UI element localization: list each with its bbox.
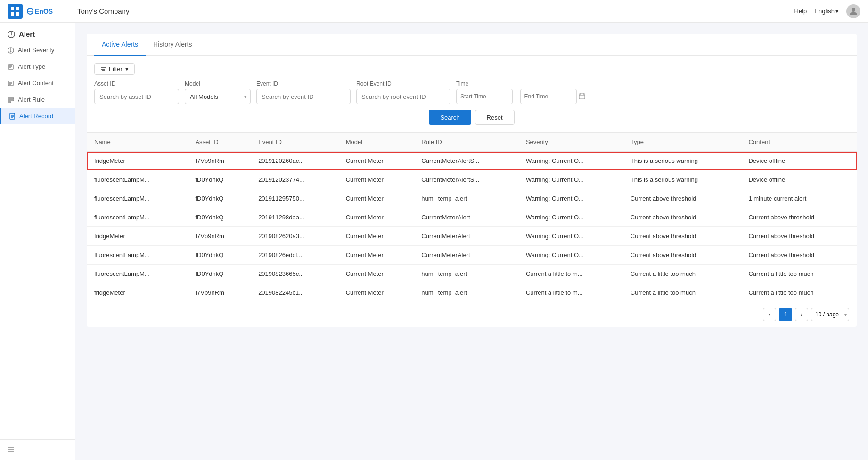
sidebar-bottom — [0, 439, 75, 460]
alert-severity-icon — [8, 47, 14, 54]
svg-rect-23 — [8, 100, 14, 101]
event-id-input[interactable] — [256, 89, 351, 104]
sidebar-item-alert-type[interactable]: Alert Type — [0, 58, 75, 75]
language-label: English — [814, 8, 835, 15]
sidebar-menu-icon[interactable] — [8, 445, 15, 453]
page-1-button[interactable]: 1 — [779, 308, 792, 321]
sidebar-item-alert-rule[interactable]: Alert Rule — [0, 91, 75, 108]
table-row[interactable]: fluorescentLampM...fD0YdnkQ201911295750.… — [87, 189, 857, 208]
cell-type: Current above threshold — [623, 208, 741, 227]
sidebar-label-alert-type: Alert Type — [18, 63, 45, 70]
tab-history-alerts[interactable]: History Alerts — [146, 34, 199, 56]
sidebar: Alert Alert Severity Alert Type — [0, 23, 75, 460]
root-event-id-input[interactable] — [356, 89, 450, 104]
cell-asset_id: fD0YdnkQ — [188, 265, 251, 283]
cell-content: Device offline — [741, 170, 857, 189]
table-row[interactable]: fridgeMeterI7Vp9nRm2019082245c1...Curren… — [87, 283, 857, 302]
filter-label-asset-id: Asset ID — [94, 81, 179, 87]
tab-active-alerts[interactable]: Active Alerts — [94, 34, 146, 56]
prev-page-button[interactable]: ‹ — [763, 308, 776, 321]
sidebar-label-alert-record: Alert Record — [19, 113, 53, 120]
cell-type: Current above threshold — [623, 227, 741, 246]
time-range-picker: ~ — [456, 89, 585, 104]
filter-field-time: Time ~ — [456, 81, 585, 104]
filter-label-time: Time — [456, 81, 585, 87]
filter-label-event-id: Event ID — [256, 81, 351, 87]
asset-id-input[interactable] — [94, 89, 179, 104]
cell-name: fridgeMeter — [87, 227, 188, 246]
filter-chevron-icon: ▾ — [125, 65, 129, 73]
cell-content: Current a little too much — [741, 283, 857, 302]
table-scroll-container: Name Asset ID Event ID Model Rule ID Sev… — [87, 133, 857, 302]
table-row[interactable]: fridgeMeterI7Vp9nRm2019120260ac...Curren… — [87, 152, 857, 170]
cell-severity: Warning: Current O... — [518, 208, 623, 227]
cell-event_id: 2019082245c1... — [251, 283, 338, 302]
next-page-button[interactable]: › — [795, 308, 808, 321]
table-section: Name Asset ID Event ID Model Rule ID Sev… — [87, 133, 857, 302]
cell-name: fluorescentLampM... — [87, 265, 188, 283]
pagination: ‹ 1 › 10 / page 20 / page 50 / page — [87, 302, 857, 327]
svg-point-10 — [11, 35, 12, 36]
cell-severity: Warning: Current O... — [518, 152, 623, 170]
help-link[interactable]: Help — [794, 8, 807, 15]
filter-section: Filter ▾ Asset ID Model All Models — [87, 56, 857, 133]
search-button[interactable]: Search — [429, 110, 471, 125]
app-grid-icon[interactable] — [8, 4, 23, 19]
cell-asset_id: I7Vp9nRm — [188, 152, 251, 170]
tabs-bar: Active Alerts History Alerts — [87, 34, 857, 56]
logo-area: EnOS — [8, 4, 64, 19]
table-row[interactable]: fridgeMeterI7Vp9nRm2019082620a3...Curren… — [87, 227, 857, 246]
cell-name: fluorescentLampM... — [87, 246, 188, 265]
table-row[interactable]: fluorescentLampM...fD0YdnkQ201912023774.… — [87, 170, 857, 189]
sidebar-item-alert-content[interactable]: Alert Content — [0, 75, 75, 91]
cell-event_id: 2019082620a3... — [251, 227, 338, 246]
language-selector[interactable]: English ▾ — [814, 8, 839, 15]
calendar-icon[interactable] — [579, 93, 585, 101]
cell-asset_id: fD0YdnkQ — [188, 189, 251, 208]
cell-content: Current above threshold — [741, 246, 857, 265]
filter-field-asset-id: Asset ID — [94, 81, 179, 104]
cell-severity: Warning: Current O... — [518, 246, 623, 265]
cell-type: This is a serious warning — [623, 152, 741, 170]
filter-toggle-button[interactable]: Filter ▾ — [94, 63, 135, 75]
cell-severity: Warning: Current O... — [518, 227, 623, 246]
cell-rule_id: humi_temp_alert — [414, 189, 518, 208]
table-row[interactable]: fluorescentLampM...fD0YdnkQ20190826edcf.… — [87, 246, 857, 265]
cell-type: Current above threshold — [623, 189, 741, 208]
start-time-input[interactable] — [456, 89, 513, 104]
reset-button[interactable]: Reset — [475, 110, 515, 125]
cell-model: Current Meter — [338, 208, 414, 227]
col-header-asset-id: Asset ID — [188, 133, 251, 152]
filter-label-root-event-id: Root Event ID — [356, 81, 450, 87]
svg-rect-22 — [8, 98, 14, 99]
table-row[interactable]: fluorescentLampM...fD0YdnkQ20190823665c.… — [87, 265, 857, 283]
svg-rect-2 — [11, 12, 14, 16]
col-header-event-id: Event ID — [251, 133, 338, 152]
model-select[interactable]: All Models Current Meter Temperature Sen… — [185, 89, 251, 104]
svg-point-7 — [852, 8, 855, 12]
svg-text:EnOS: EnOS — [35, 8, 53, 15]
cell-type: Current a little too much — [623, 265, 741, 283]
cell-name: fluorescentLampM... — [87, 189, 188, 208]
main-layout: Alert Alert Severity Alert Type — [0, 23, 868, 460]
cell-rule_id: CurrentMeterAlert — [414, 208, 518, 227]
page-size-wrapper: 10 / page 20 / page 50 / page — [811, 308, 849, 321]
table-row[interactable]: fluorescentLampM...fD0YdnkQ201911298daa.… — [87, 208, 857, 227]
cell-severity: Current a little to m... — [518, 283, 623, 302]
sidebar-section-title: Alert — [0, 23, 75, 42]
cell-content: Current above threshold — [741, 208, 857, 227]
filter-field-model: Model All Models Current Meter Temperatu… — [185, 81, 251, 104]
filter-actions: Search Reset — [94, 110, 849, 125]
col-header-content: Content — [741, 133, 857, 152]
cell-event_id: 2019120260ac... — [251, 152, 338, 170]
filter-field-event-id: Event ID — [256, 81, 351, 104]
filter-label-model: Model — [185, 81, 251, 87]
sidebar-item-alert-record[interactable]: Alert Record — [0, 108, 75, 124]
end-time-input[interactable] — [520, 89, 577, 104]
cell-event_id: 201911298daa... — [251, 208, 338, 227]
cell-model: Current Meter — [338, 246, 414, 265]
sidebar-item-alert-severity[interactable]: Alert Severity — [0, 42, 75, 58]
page-size-select[interactable]: 10 / page 20 / page 50 / page — [811, 308, 849, 321]
user-avatar[interactable] — [846, 4, 860, 18]
content-area: Active Alerts History Alerts Filter ▾ — [75, 23, 868, 460]
